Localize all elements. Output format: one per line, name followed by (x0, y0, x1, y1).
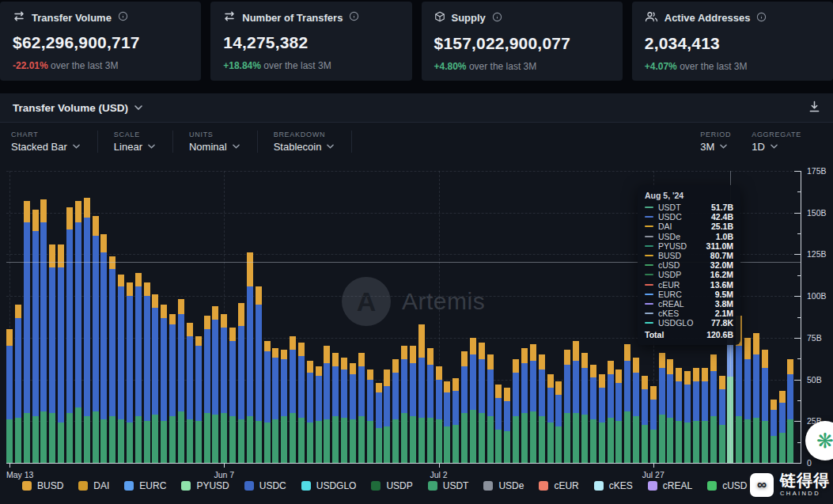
control-aggregate[interactable]: AGGREGATE 1D (752, 131, 801, 153)
legend-item-EURC[interactable]: EURC (124, 480, 166, 491)
legend-item-USDe[interactable]: USDe (483, 480, 524, 491)
bar-day-18[interactable] (161, 305, 167, 463)
bar-day-42[interactable] (367, 369, 373, 463)
legend-item-cKES[interactable]: cKES (594, 480, 633, 491)
bar-day-66[interactable] (573, 341, 579, 463)
bar-day-12[interactable] (109, 256, 115, 463)
bar-day-78[interactable] (676, 368, 682, 463)
bar-day-22[interactable] (195, 336, 202, 463)
bar-day-24[interactable] (212, 306, 218, 463)
bar-day-29[interactable] (256, 286, 262, 463)
bar-day-47[interactable] (410, 346, 416, 463)
bar-day-54[interactable] (470, 338, 476, 463)
info-icon[interactable] (756, 12, 767, 25)
bar-day-87[interactable] (753, 333, 759, 463)
bar-day-46[interactable] (401, 346, 407, 463)
bar-day-4[interactable] (40, 199, 47, 463)
bar-day-64[interactable] (555, 381, 562, 463)
bar-day-52[interactable] (452, 378, 459, 464)
bar-day-55[interactable] (479, 343, 485, 463)
bar-day-44[interactable] (384, 369, 390, 463)
bar-day-16[interactable] (144, 282, 150, 463)
bar-day-77[interactable] (667, 359, 673, 463)
bar-day-49[interactable] (427, 348, 434, 463)
info-icon[interactable] (492, 12, 502, 25)
bar-day-71[interactable] (615, 369, 622, 463)
bar-day-59[interactable] (513, 359, 519, 463)
legend-item-PYUSD[interactable]: PYUSD (181, 480, 229, 491)
bar-day-75[interactable] (650, 386, 657, 463)
bar-day-37[interactable] (324, 346, 330, 463)
bar-day-25[interactable] (221, 314, 227, 463)
bar-day-36[interactable] (316, 366, 322, 463)
bar-day-43[interactable] (376, 383, 382, 463)
legend-item-cEUR[interactable]: cEUR (539, 480, 578, 491)
bar-day-63[interactable] (547, 374, 554, 463)
legend-item-USDT[interactable]: USDT (428, 480, 469, 491)
bar-day-48[interactable] (418, 324, 425, 463)
bar-day-2[interactable] (24, 201, 30, 463)
bar-day-67[interactable] (581, 353, 588, 463)
legend-item-USDP[interactable]: USDP (371, 480, 412, 491)
bar-day-58[interactable] (504, 388, 510, 463)
legend-item-DAI[interactable]: DAI (78, 480, 109, 491)
bar-day-14[interactable] (127, 282, 133, 463)
bar-day-70[interactable] (608, 361, 614, 463)
bar-day-19[interactable] (169, 314, 176, 463)
bar-day-15[interactable] (135, 273, 142, 463)
bar-day-68[interactable] (590, 365, 596, 463)
bar-day-51[interactable] (444, 381, 450, 463)
bar-day-35[interactable] (307, 361, 313, 463)
bar-day-60[interactable] (521, 348, 528, 463)
bar-day-83[interactable] (719, 376, 725, 463)
bar-day-1[interactable] (15, 305, 21, 463)
bar-day-69[interactable] (599, 374, 605, 463)
bar-day-90[interactable] (779, 391, 786, 463)
bar-day-72[interactable] (624, 344, 630, 463)
bar-day-6[interactable] (58, 244, 64, 463)
bar-day-40[interactable] (350, 363, 356, 463)
bar-day-10[interactable] (93, 216, 99, 463)
control-scale[interactable]: SCALE Linear (114, 131, 173, 153)
bar-day-74[interactable] (642, 376, 648, 463)
legend-item-cUSD[interactable]: cUSD (707, 480, 747, 491)
legend-item-USDC[interactable]: USDC (244, 480, 286, 491)
bar-day-0[interactable] (6, 329, 13, 463)
bar-day-73[interactable] (633, 358, 639, 463)
bar-day-86[interactable] (744, 338, 751, 463)
legend-item-USDGLO[interactable]: USDGLO (301, 480, 357, 491)
bar-day-13[interactable] (118, 275, 124, 463)
chart-title-dropdown[interactable]: Transfer Volume (USD) (13, 102, 142, 114)
bar-day-53[interactable] (461, 351, 468, 463)
bar-day-57[interactable] (495, 385, 502, 463)
control-units[interactable]: UNITS Nominal (189, 131, 258, 153)
control-chart-type[interactable]: CHART Stacked Bar (11, 131, 98, 153)
bar-day-20[interactable] (178, 299, 184, 463)
bar-day-30[interactable] (264, 341, 271, 463)
bar-day-21[interactable] (187, 323, 193, 463)
bar-day-38[interactable] (332, 353, 339, 463)
legend-item-BUSD[interactable]: BUSD (22, 480, 63, 491)
bar-day-11[interactable] (100, 234, 107, 463)
legend-item-cREAL[interactable]: cREAL (648, 480, 692, 491)
bar-day-39[interactable] (341, 358, 347, 463)
bar-day-31[interactable] (272, 348, 278, 463)
info-icon[interactable] (118, 11, 128, 24)
control-period[interactable]: PERIOD 3M (700, 131, 731, 153)
bar-day-82[interactable] (710, 354, 717, 463)
bar-day-89[interactable] (771, 400, 777, 463)
bar-day-7[interactable] (66, 207, 73, 463)
bar-day-9[interactable] (84, 198, 90, 463)
bar-day-80[interactable] (693, 368, 699, 463)
bar-day-79[interactable] (684, 371, 691, 463)
bar-day-62[interactable] (539, 354, 545, 463)
bar-day-26[interactable] (229, 328, 236, 463)
bar-day-28[interactable] (247, 252, 253, 463)
bar-day-50[interactable] (436, 366, 442, 463)
bar-day-41[interactable] (358, 353, 365, 463)
bar-day-8[interactable] (75, 201, 81, 463)
bar-day-65[interactable] (564, 350, 570, 463)
bar-day-17[interactable] (152, 294, 158, 463)
bar-day-3[interactable] (32, 210, 39, 463)
control-breakdown[interactable]: BREAKDOWN Stablecoin (274, 131, 353, 153)
